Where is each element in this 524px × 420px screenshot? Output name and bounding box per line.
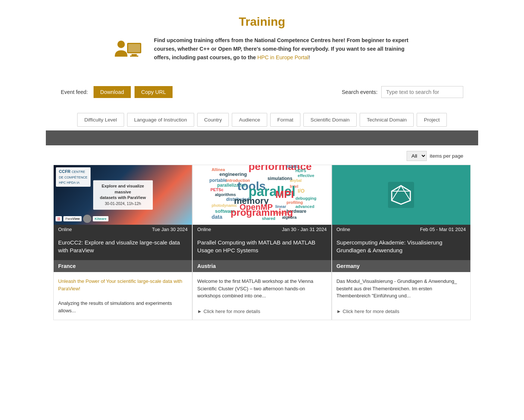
- card-image-card1: CCFR CENTREDE COMPÉTENCEHPC HPDA IA Expl…: [54, 165, 192, 225]
- filter-btn-difficulty[interactable]: Difficulty Level: [77, 113, 124, 127]
- svg-point-0: [117, 41, 125, 48]
- svg-text:advanced: advanced: [296, 204, 315, 209]
- card-date-bar-card3: OnlineFeb 05 - Mar 01 2024: [332, 225, 470, 234]
- card-image-card3: [332, 165, 470, 225]
- card-location-card2: Online: [197, 227, 211, 232]
- filter-bar: Difficulty LevelLanguage of InstructionC…: [46, 109, 478, 130]
- items-per-page-select[interactable]: All102550: [407, 151, 427, 161]
- svg-text:debugging: debugging: [296, 196, 316, 200]
- event-feed-right: Search events:: [342, 86, 463, 98]
- card-card3: OnlineFeb 05 - Mar 01 2024Supercomputing…: [332, 165, 471, 320]
- svg-rect-3: [132, 54, 137, 56]
- card-link-card2[interactable]: ► Click here for more details: [193, 307, 331, 320]
- search-input[interactable]: [381, 86, 463, 98]
- event-feed-bar: Event feed: Download Copy URL Search eve…: [46, 79, 478, 105]
- svg-text:PETSc: PETSc: [211, 187, 224, 192]
- svg-text:effective: effective: [298, 173, 315, 178]
- card-title-card3: Supercomputing Akademie: Visualisierung …: [332, 234, 470, 260]
- search-label: Search events:: [342, 89, 378, 95]
- hpc-portal-link[interactable]: HPC in Europe Portal: [257, 54, 309, 60]
- card-card2: performancePGASHDF5Allineaengineeringeff…: [192, 165, 331, 320]
- dark-bar: [46, 130, 478, 145]
- card-description-card3: Das Modul_Visualisierung - Grundlagen & …: [332, 272, 470, 307]
- svg-text:simulations: simulations: [268, 176, 293, 181]
- card-title-card1: EuroCC2: Explore and visualize large-sca…: [54, 234, 192, 260]
- svg-text:I/O: I/O: [298, 188, 305, 194]
- items-per-page-label: items per page: [430, 153, 463, 159]
- copy-url-button[interactable]: Copy URL: [135, 86, 173, 98]
- items-per-page: All102550 items per page: [46, 145, 478, 165]
- exclamation: !: [309, 54, 310, 60]
- download-button[interactable]: Download: [94, 86, 131, 98]
- card-country-card1: France: [54, 260, 192, 272]
- card-title-card2: Parallel Computing with MATLAB and MATLA…: [193, 234, 331, 260]
- header-text: Find upcoming training offers from the N…: [154, 36, 411, 62]
- card-date-card1: Tue Jan 30 2024: [152, 227, 188, 232]
- page-wrapper: Training Find upcoming training offers f…: [38, 0, 486, 342]
- card-country-card2: Austria: [193, 260, 331, 272]
- event-feed-label: Event feed:: [61, 89, 88, 95]
- svg-text:profiling: profiling: [287, 200, 303, 205]
- filter-btn-scientific[interactable]: Scientific Domain: [303, 113, 357, 127]
- filter-btn-language[interactable]: Language of Instruction: [127, 113, 194, 127]
- cards-grid: CCFR CENTREDE COMPÉTENCEHPC HPDA IA Expl…: [46, 165, 478, 335]
- card-date-bar-card2: OnlineJan 30 - Jan 31 2024: [193, 225, 331, 234]
- card-description-card1: Unleash the Power of Your scientific lar…: [54, 272, 192, 320]
- filter-btn-project[interactable]: Project: [417, 113, 446, 127]
- svg-text:data: data: [212, 214, 222, 220]
- filter-btn-audience[interactable]: Audience: [232, 113, 267, 127]
- card-card1: CCFR CENTREDE COMPÉTENCEHPC HPDA IA Expl…: [53, 165, 192, 320]
- card-location-card1: Online: [58, 227, 72, 232]
- card-image-card2: performancePGASHDF5Allineaengineeringeff…: [193, 165, 331, 225]
- card-date-bar-card1: OnlineTue Jan 30 2024: [54, 225, 192, 234]
- filter-btn-country[interactable]: Country: [197, 113, 229, 127]
- svg-text:MPI: MPI: [275, 189, 294, 200]
- svg-rect-2: [128, 44, 140, 52]
- filter-btn-technical[interactable]: Technical Domain: [360, 113, 414, 127]
- svg-text:HDF5: HDF5: [296, 168, 306, 173]
- card-date-card2: Jan 30 - Jan 31 2024: [282, 227, 326, 232]
- svg-text:algebra: algebra: [282, 215, 297, 220]
- card-date-card3: Feb 05 - Mar 01 2024: [420, 227, 466, 232]
- header-section: Training Find upcoming training offers f…: [46, 7, 478, 71]
- card-link-card3[interactable]: ► Click here for more details: [332, 307, 470, 320]
- svg-text:algorithms: algorithms: [215, 192, 236, 197]
- filter-btn-format[interactable]: Format: [270, 113, 300, 127]
- svg-text:shared: shared: [262, 216, 275, 221]
- svg-text:engineering: engineering: [220, 171, 247, 177]
- card-country-card3: Germany: [332, 260, 470, 272]
- header-icon: [113, 36, 143, 67]
- page-title: Training: [239, 15, 285, 29]
- event-feed-left: Event feed: Download Copy URL: [61, 86, 173, 98]
- card-description-card2: Welcome to the first MATLAB workshop at …: [193, 272, 331, 307]
- card-location-card3: Online: [337, 227, 350, 232]
- svg-rect-4: [130, 56, 138, 57]
- header-content: Find upcoming training offers from the N…: [113, 36, 411, 67]
